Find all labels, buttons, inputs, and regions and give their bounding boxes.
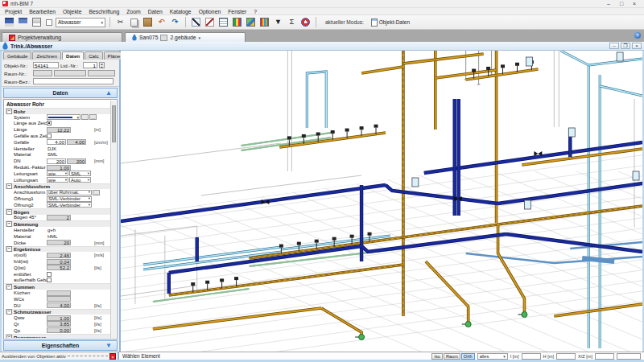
grid-value-field[interactable]: 200 [47, 158, 66, 164]
maximize-icon[interactable]: □ [617, 1, 625, 7]
grid-dropdown[interactable]: Auto▾ [69, 177, 91, 183]
grid-group-header[interactable]: −Regenwasser [5, 334, 110, 338]
grid-value-field[interactable]: 52.2 [47, 265, 71, 270]
system-line-dropdown[interactable]: ▾ [47, 114, 80, 120]
grid-value-field[interactable]: 1.00 [47, 315, 71, 321]
collapse-toggle-icon[interactable]: − [6, 209, 12, 215]
grid-dropdown[interactable]: SML-Verbinder▾ [47, 196, 92, 202]
collapse-toggle-icon[interactable]: − [6, 109, 12, 114]
app-tab-san075[interactable]: San0752.gebäude▾ [125, 32, 246, 42]
menu-item-kataloge[interactable]: Kataloge [170, 9, 192, 14]
grid-value-field[interactable]: 12.22 [47, 127, 71, 133]
mode-button-raum[interactable]: Raum [444, 353, 460, 360]
grid-scrollbar[interactable] [110, 101, 116, 338]
eigenschaften-section-header[interactable]: Eigenschaften ▼ [3, 340, 118, 351]
system-filter-checkbox[interactable] [46, 19, 52, 26]
sum-button[interactable]: Σ [286, 16, 298, 28]
menu-item-bearbeiten[interactable]: Bearbeiten [29, 9, 56, 14]
panel-tab-zeichnen[interactable]: Zeichnen [32, 51, 60, 60]
grid-dropdown[interactable]: wie▾ [47, 171, 68, 176]
menu-item-daten[interactable]: Daten [148, 9, 163, 14]
i-coord-input[interactable] [522, 353, 541, 360]
panel-tab-daten[interactable]: Daten [62, 51, 84, 60]
raum-nr-input-2[interactable] [54, 70, 86, 76]
redo-button[interactable]: ↷ [169, 16, 181, 28]
chart-button[interactable] [231, 16, 243, 28]
mdi-minimize-icon[interactable]: – [609, 43, 619, 49]
isometric-drawing[interactable] [121, 51, 642, 352]
collapse-toggle-icon[interactable]: − [6, 284, 12, 290]
collapse-toggle-icon[interactable]: − [6, 221, 12, 227]
grid-dropdown[interactable]: über Rohrmat.▾ [47, 190, 92, 195]
mode-button-orth[interactable]: Orth [461, 353, 475, 360]
range-select[interactable]: alles▾ [477, 353, 508, 360]
filter-button[interactable]: ▼ [272, 16, 284, 28]
grid-value-field[interactable]: 20 [47, 240, 71, 245]
menu-item-objekte[interactable]: Objekte [63, 9, 81, 14]
more-options-button[interactable]: … [93, 190, 100, 195]
grid-group-header[interactable]: −Schmutzwasser [5, 309, 110, 315]
donut-button[interactable] [299, 16, 312, 28]
node-edit-button[interactable] [190, 16, 202, 28]
mdi-close-icon[interactable]: × [632, 43, 642, 49]
ltd-nr-input[interactable] [83, 62, 97, 68]
checkbox[interactable] [47, 272, 52, 277]
app-tab-projektverwaltung[interactable]: Projektverwaltung [2, 32, 122, 42]
close-icon[interactable]: × [630, 1, 638, 7]
grid-group-header[interactable]: −Ergebnisse [5, 246, 110, 253]
grid-value-field[interactable] [47, 290, 71, 296]
copy-button[interactable] [128, 16, 140, 28]
table-button[interactable] [217, 16, 229, 28]
mode-button-iso[interactable]: Iso [431, 353, 442, 360]
grid-value-field[interactable]: 200 [67, 158, 86, 164]
ltd-nr-spinner[interactable]: ▲▼ [99, 62, 105, 68]
grid-dropdown[interactable]: SML▾ [69, 171, 91, 176]
grid-value-field[interactable]: 1.00 [47, 165, 71, 171]
grid-dropdown[interactable]: SML-Verbinder▾ [47, 202, 92, 208]
menu-item-beschriftung[interactable]: Beschriftung [89, 9, 119, 14]
grid-value-field[interactable]: 4.00 [47, 139, 66, 145]
system-more-button[interactable]: … [89, 114, 97, 120]
grid-group-header[interactable]: −Summen [5, 283, 110, 290]
menu-item-optionen[interactable]: Optionen [199, 9, 221, 14]
grid-value-field[interactable]: 2.46 [47, 253, 71, 258]
xz-coord-input-1[interactable] [595, 353, 614, 360]
system-color-button[interactable] [81, 114, 89, 120]
grid-group-header[interactable]: −Rohr [5, 108, 110, 114]
checkbox[interactable] [47, 134, 52, 138]
grid-scrollbar-thumb[interactable] [112, 105, 116, 142]
image-button[interactable] [245, 16, 257, 28]
objekt-nr-input[interactable] [33, 62, 59, 68]
undo-button[interactable]: ↶ [155, 16, 167, 28]
collapse-toggle-icon[interactable]: − [6, 335, 12, 338]
menu-item-9[interactable]: ? [254, 9, 257, 14]
checkbox[interactable] [47, 121, 52, 125]
help-icon[interactable]: ? [634, 32, 641, 39]
save-all-button[interactable] [17, 16, 29, 28]
grid-value-field[interactable]: 0.00 [47, 327, 71, 333]
system-select[interactable]: Abwasser▾ [56, 18, 105, 27]
polyline-edit-button[interactable] [204, 16, 216, 28]
grid-value-field[interactable]: 2 [47, 215, 71, 220]
paste-button[interactable] [142, 16, 154, 28]
menu-item-zoom[interactable]: Zoom [126, 9, 140, 14]
save-button[interactable] [3, 16, 15, 28]
grid-value-field[interactable]: 4.00 [67, 139, 86, 145]
mdi-restore-icon[interactable]: ❐ [621, 43, 630, 49]
panel-tab-gebude[interactable]: Gebäude [3, 51, 31, 60]
xz-coord-input-2[interactable] [617, 353, 641, 360]
collapse-toggle-icon[interactable]: − [6, 183, 12, 189]
notice-close-icon[interactable]: × [109, 353, 116, 360]
raum-nr-input-1[interactable] [33, 70, 52, 76]
menu-item-fenster[interactable]: Fenster [228, 9, 246, 14]
grid-value-field[interactable]: 0.04 [47, 259, 71, 265]
daten-section-header[interactable]: Daten ▲ [3, 88, 118, 98]
checkbox[interactable] [47, 278, 52, 282]
grid-group-header[interactable]: −Anschlussform [5, 183, 110, 190]
panel-tab-calc[interactable]: Calc [85, 51, 102, 60]
menu-item-projekt[interactable]: Projekt [5, 9, 22, 14]
grid-value-field[interactable]: 4.00 [47, 302, 71, 308]
columns-button[interactable] [258, 16, 270, 28]
grid-group-header[interactable]: −Bögen [5, 208, 110, 215]
cut-button[interactable]: ✂ [114, 16, 126, 28]
